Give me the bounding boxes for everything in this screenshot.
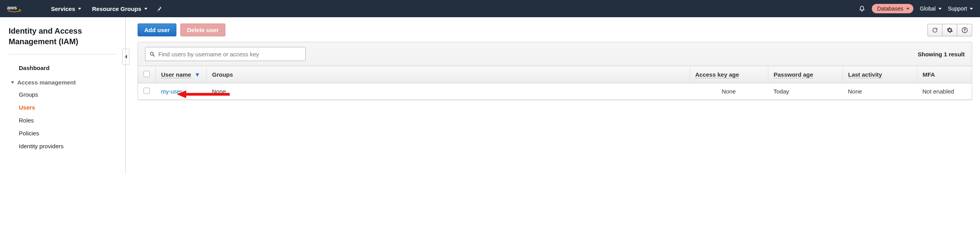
users-table: User name ▼ Groups Access key age Passwo… [138, 66, 972, 100]
cell-mfa: Not enabled [917, 83, 972, 100]
cell-groups: None [207, 83, 690, 100]
aws-logo[interactable]: aws [7, 4, 27, 13]
col-last-activity[interactable]: Last activity [842, 66, 917, 83]
sidebar-item-policies[interactable]: Policies [9, 127, 117, 140]
nav-resource-groups-label: Resource Groups [92, 5, 142, 12]
users-panel: Showing 1 result User name ▼ Groups [138, 42, 972, 100]
svg-text:aws: aws [7, 5, 17, 11]
search-icon [149, 51, 155, 57]
sidebar-item-users[interactable]: Users [9, 101, 117, 114]
sidebar-dashboard[interactable]: Dashboard [9, 62, 117, 74]
delete-user-button[interactable]: Delete user [180, 23, 225, 36]
result-count: Showing 1 result [918, 51, 965, 58]
col-user-name[interactable]: User name ▼ [156, 66, 207, 83]
select-all-checkbox[interactable] [143, 71, 150, 77]
sidebar-item-roles[interactable]: Roles [9, 114, 117, 127]
service-title: Identity and Access Management (IAM) [9, 26, 117, 54]
support-label: Support [948, 5, 967, 12]
nav-notifications[interactable] [858, 5, 866, 13]
region-label: Global [920, 5, 935, 12]
caret-down-icon [144, 8, 147, 10]
pin-icon [156, 5, 162, 12]
caret-down-icon [78, 8, 81, 10]
toolbar-icon-group [927, 24, 972, 36]
help-button[interactable] [957, 24, 972, 36]
table-header-row: User name ▼ Groups Access key age Passwo… [138, 66, 972, 83]
col-checkbox [138, 66, 156, 83]
col-access-key-age[interactable]: Access key age [690, 66, 768, 83]
sidebar-section-label: Access management [17, 79, 76, 86]
col-groups[interactable]: Groups [207, 66, 690, 83]
help-icon [962, 27, 968, 33]
settings-button[interactable] [942, 24, 957, 36]
svg-point-2 [964, 31, 965, 32]
caret-down-icon [970, 8, 973, 10]
caret-down-icon [938, 8, 942, 10]
support-menu[interactable]: Support [948, 5, 973, 12]
sidebar-item-groups[interactable]: Groups [9, 88, 117, 101]
cell-password-age: Today [768, 83, 842, 100]
col-last-activity-label: Last activity [848, 71, 882, 78]
row-checkbox[interactable] [143, 88, 150, 94]
nav-resource-groups[interactable]: Resource Groups [87, 0, 153, 17]
account-label: Databases [877, 5, 904, 12]
add-user-button[interactable]: Add user [138, 23, 176, 36]
filter-row: Showing 1 result [138, 42, 972, 66]
col-access-key-age-label: Access key age [695, 71, 739, 78]
refresh-button[interactable] [927, 24, 942, 36]
caret-down-icon [906, 8, 909, 10]
svg-point-3 [151, 52, 154, 55]
cell-last-activity: None [842, 83, 917, 100]
region-menu[interactable]: Global [920, 5, 941, 12]
cell-access-key-age: None [690, 83, 768, 100]
nav-services-label: Services [51, 5, 75, 12]
nav-pin[interactable] [153, 0, 165, 17]
sidebar-section-access-management[interactable]: Access management [9, 74, 117, 88]
user-link[interactable]: my-user [161, 88, 182, 95]
main-content: Add user Delete user [125, 17, 980, 174]
search-input[interactable] [158, 51, 301, 58]
sidebar-item-identity-providers[interactable]: Identity providers [9, 140, 117, 153]
col-mfa-label: MFA [923, 71, 935, 78]
table-row: my-user None None Today None Not enabled [138, 83, 972, 100]
chevron-down-icon [11, 81, 14, 84]
account-menu[interactable]: Databases [872, 4, 914, 13]
col-password-age-label: Password age [774, 71, 813, 78]
nav-services[interactable]: Services [45, 0, 87, 17]
sort-down-icon: ▼ [194, 71, 200, 78]
top-nav: aws Services Resource Groups Databases G… [0, 0, 980, 17]
bell-icon [858, 5, 866, 12]
gear-icon [947, 27, 953, 33]
search-wrapper[interactable] [145, 47, 306, 61]
action-bar: Add user Delete user [138, 23, 972, 36]
col-password-age[interactable]: Password age [768, 66, 842, 83]
svg-line-4 [153, 55, 154, 56]
col-groups-label: Groups [212, 71, 233, 78]
sidebar: Identity and Access Management (IAM) Das… [0, 17, 125, 174]
col-mfa[interactable]: MFA [917, 66, 972, 83]
refresh-icon [932, 27, 938, 33]
col-user-name-label: User name [161, 71, 191, 78]
